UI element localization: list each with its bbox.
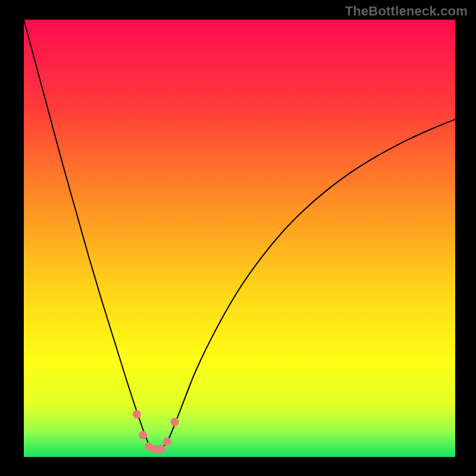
min-marker (139, 431, 147, 439)
plot-background (24, 20, 455, 457)
min-marker (157, 445, 165, 453)
min-marker (163, 437, 171, 446)
min-marker (133, 410, 141, 418)
watermark-text: TheBottleneck.com (345, 4, 468, 19)
min-marker (171, 418, 179, 426)
bottleneck-chart (0, 0, 476, 476)
